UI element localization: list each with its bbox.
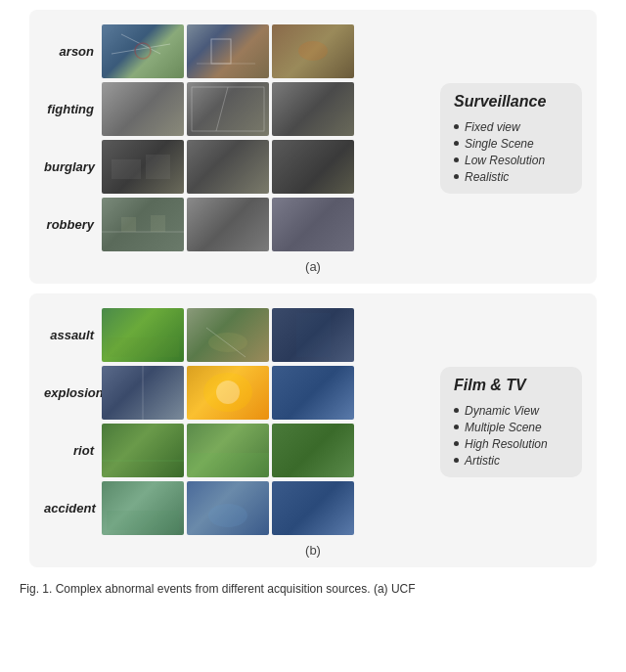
- img-explosion-3: [272, 366, 354, 420]
- row-riot: riot: [44, 424, 430, 477]
- row-accident: accident: [44, 481, 430, 535]
- caption-b: (b): [305, 543, 321, 558]
- bullet-f4: [454, 458, 459, 463]
- images-robbery: [102, 198, 354, 251]
- img-burglary-3: [272, 140, 354, 194]
- svg-rect-13: [107, 337, 179, 357]
- label-accident: accident: [44, 501, 98, 515]
- img-accident-2: [187, 481, 269, 535]
- img-explosion-1: [102, 366, 184, 420]
- panel-a-content: arson: [44, 24, 582, 251]
- figure-caption: Fig. 1. Complex abnormal events from dif…: [20, 581, 606, 598]
- filmtv-grid: assault: [44, 308, 430, 535]
- filmtv-title: Film & TV: [454, 377, 568, 394]
- img-fighting-2: [187, 82, 269, 136]
- surveillance-infobox: Surveillance Fixed view Single Scene Low…: [440, 83, 582, 194]
- filmtv-list: Dynamic View Multiple Scene High Resolut…: [454, 404, 568, 468]
- filmtv-item-1: Dynamic View: [454, 404, 568, 418]
- svg-rect-12: [151, 215, 165, 232]
- img-fighting-1: [102, 82, 184, 136]
- row-robbery: robbery: [44, 198, 430, 251]
- svg-line-7: [216, 87, 228, 131]
- bullet-1: [454, 124, 459, 129]
- bullet-2: [454, 141, 459, 146]
- row-fighting: fighting: [44, 82, 430, 136]
- img-burglary-2: [187, 140, 269, 194]
- images-burglary: [102, 140, 354, 194]
- img-arson-1: [102, 24, 184, 78]
- svg-rect-9: [146, 155, 170, 179]
- surveillance-grid: arson: [44, 24, 430, 251]
- bullet-f2: [454, 425, 459, 429]
- surveillance-list: Fixed view Single Scene Low Resolution R…: [454, 120, 568, 184]
- surveillance-title: Surveillance: [454, 93, 568, 111]
- img-riot-2: [187, 424, 269, 477]
- row-arson: arson: [44, 24, 430, 78]
- images-riot: [102, 424, 354, 477]
- img-arson-3: [272, 24, 354, 78]
- images-assault: [102, 308, 354, 362]
- bullet-3: [454, 157, 459, 162]
- img-arson-2: [187, 24, 269, 78]
- images-fighting: [102, 82, 354, 136]
- filmtv-item-2: Multiple Scene: [454, 421, 568, 434]
- images-accident: [102, 481, 354, 535]
- bullet-f1: [454, 408, 459, 413]
- svg-point-5: [298, 41, 328, 61]
- svg-rect-6: [192, 87, 264, 131]
- svg-rect-3: [211, 39, 231, 64]
- label-burglary: burglary: [44, 159, 98, 174]
- svg-point-19: [216, 381, 240, 404]
- svg-rect-8: [112, 159, 141, 179]
- row-burglary: burglary: [44, 140, 430, 194]
- panel-b-content: assault: [44, 308, 582, 535]
- label-robbery: robbery: [44, 217, 98, 232]
- caption-a: (a): [305, 259, 321, 274]
- bullet-4: [454, 174, 459, 179]
- img-explosion-2: [187, 366, 269, 420]
- svg-rect-11: [121, 217, 136, 232]
- filmtv-item-4: Artistic: [454, 454, 568, 468]
- svg-point-14: [208, 333, 247, 352]
- label-riot: riot: [44, 443, 98, 458]
- label-arson: arson: [44, 44, 98, 59]
- surv-item-1: Fixed view: [454, 120, 568, 134]
- img-robbery-2: [187, 198, 269, 251]
- row-assault: assault: [44, 308, 430, 362]
- svg-rect-21: [187, 453, 269, 477]
- label-fighting: fighting: [44, 102, 98, 116]
- img-riot-3: [272, 424, 354, 477]
- svg-line-1: [112, 44, 170, 54]
- img-robbery-1: [102, 198, 184, 251]
- svg-point-23: [208, 504, 247, 527]
- label-explosion: explosion: [44, 385, 98, 400]
- surv-item-2: Single Scene: [454, 137, 568, 151]
- panel-a: arson: [29, 10, 597, 284]
- surv-item-3: Low Resolution: [454, 154, 568, 167]
- img-assault-3: [272, 308, 354, 362]
- row-explosion: explosion: [44, 366, 430, 420]
- img-burglary-1: [102, 140, 184, 194]
- img-fighting-3: [272, 82, 354, 136]
- svg-rect-22: [107, 511, 179, 530]
- img-accident-3: [272, 481, 354, 535]
- images-arson: [102, 24, 354, 78]
- img-riot-1: [102, 424, 184, 477]
- bullet-f3: [454, 441, 459, 446]
- svg-rect-16: [296, 313, 331, 357]
- panel-b: assault: [29, 293, 597, 567]
- label-assault: assault: [44, 328, 98, 342]
- img-assault-2: [187, 308, 269, 362]
- surv-item-4: Realistic: [454, 170, 568, 184]
- figure-container: arson: [20, 10, 606, 598]
- filmtv-infobox: Film & TV Dynamic View Multiple Scene Hi…: [440, 367, 582, 477]
- images-explosion: [102, 366, 354, 420]
- img-assault-1: [102, 308, 184, 362]
- img-accident-1: [102, 481, 184, 535]
- filmtv-item-3: High Resolution: [454, 437, 568, 451]
- img-robbery-3: [272, 198, 354, 251]
